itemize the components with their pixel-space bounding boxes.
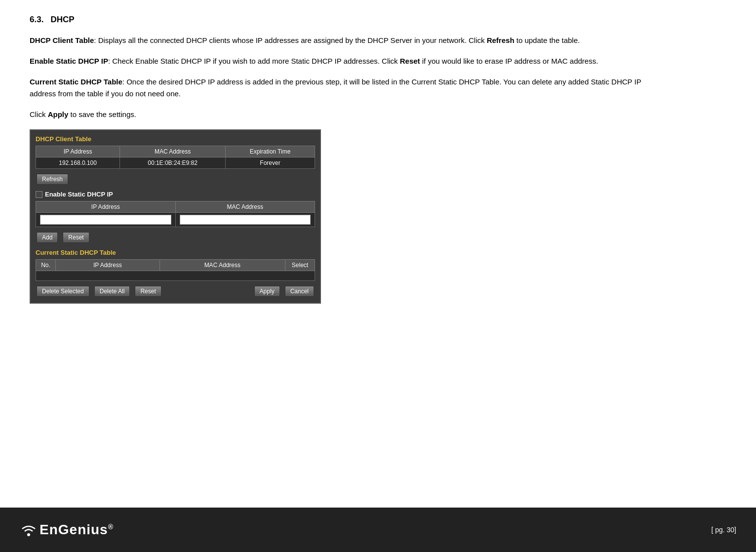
refresh-button[interactable]: Refresh	[37, 174, 68, 185]
apply-button[interactable]: Apply	[254, 286, 280, 297]
col-ip-address: IP Address	[56, 260, 160, 271]
client-ip: 192.168.0.100	[36, 158, 120, 169]
brand-text: EnGenius	[40, 522, 108, 537]
client-expiration: Forever	[225, 158, 315, 169]
section-number: 6.3.	[30, 15, 43, 24]
add-button[interactable]: Add	[37, 232, 58, 243]
para1-text1: : Displays all the connected DHCP client…	[94, 36, 486, 44]
delete-all-button[interactable]: Delete All	[94, 286, 130, 297]
col-header-ip: IP Address	[36, 146, 120, 158]
para2-keyword-reset: Reset	[400, 57, 420, 65]
cancel-button[interactable]: Cancel	[285, 286, 314, 297]
footer-logo: EnGenius®	[20, 521, 114, 539]
dhcp-client-table: IP Address MAC Address Expiration Time 1…	[36, 146, 315, 169]
section-heading: DHCP	[51, 15, 75, 24]
term-dhcp-client-table: DHCP Client Table	[30, 36, 94, 44]
reset-static-button[interactable]: Reset	[63, 232, 89, 243]
paragraph-4: Click Apply to save the settings.	[30, 109, 662, 120]
brand-name: EnGenius®	[40, 522, 114, 538]
add-reset-row: Add Reset	[36, 231, 315, 244]
trademark-symbol: ®	[108, 523, 114, 531]
col-header-exp: Expiration Time	[225, 146, 315, 158]
empty-cell	[36, 271, 315, 281]
delete-selected-button[interactable]: Delete Selected	[37, 286, 89, 297]
page-number: [ pg. 30]	[711, 526, 736, 534]
static-dhcp-label-text: Enable Static DHCP IP	[45, 191, 113, 198]
wifi-icon	[20, 521, 38, 539]
paragraph-3: Current Static DHCP Table: Once the desi…	[30, 76, 662, 100]
current-static-table: No. IP Address MAC Address Select	[36, 259, 315, 281]
col-no: No.	[36, 260, 56, 271]
reset-current-button[interactable]: Reset	[135, 286, 161, 297]
static-input-row	[36, 213, 315, 227]
delete-row: Delete Selected Delete All Reset Apply C…	[36, 285, 315, 298]
static-mac-input[interactable]	[180, 215, 311, 225]
dhcp-client-table-title: DHCP Client Table	[36, 135, 315, 143]
term-enable-static-dhcp: Enable Static DHCP IP	[30, 57, 108, 65]
para4-keyword-apply: Apply	[48, 110, 69, 118]
static-mac-cell	[175, 213, 315, 227]
client-mac: 00:1E:0B:24:E9:82	[120, 158, 226, 169]
screenshot-box: DHCP Client Table IP Address MAC Address…	[30, 129, 321, 304]
paragraph-1: DHCP Client Table: Displays all the conn…	[30, 35, 662, 46]
page-content: 6.3. DHCP DHCP Client Table: Displays al…	[0, 0, 691, 373]
col-select: Select	[285, 260, 315, 271]
static-col-mac: MAC Address	[175, 201, 315, 213]
static-ip-input[interactable]	[40, 215, 171, 225]
table-row: 192.168.0.100 00:1E:0B:24:E9:82 Forever	[36, 158, 315, 169]
current-static-empty-row	[36, 271, 315, 281]
static-dhcp-input-table: IP Address MAC Address	[36, 201, 315, 227]
current-static-table-title: Current Static DHCP Table	[36, 249, 315, 256]
section-title: 6.3. DHCP	[30, 15, 662, 25]
para2-text2: if you would like to erase IP address or…	[420, 57, 598, 65]
para1-text2: to update the table.	[515, 36, 580, 44]
enable-static-dhcp-label: Enable Static DHCP IP	[36, 191, 315, 198]
col-header-mac: MAC Address	[120, 146, 226, 158]
col-mac-address: MAC Address	[159, 260, 285, 271]
footer: EnGenius® [ pg. 30]	[0, 508, 756, 552]
para4-text2: to save the settings.	[68, 110, 136, 118]
enable-static-dhcp-checkbox[interactable]	[36, 191, 42, 198]
svg-point-0	[27, 533, 30, 536]
static-ip-cell	[36, 213, 176, 227]
para4-text1: Click	[30, 110, 48, 118]
para2-text1: : Check Enable Static DHCP IP if you wis…	[108, 57, 400, 65]
refresh-row: Refresh	[36, 173, 315, 186]
para1-keyword-refresh: Refresh	[487, 36, 515, 44]
term-current-static-table: Current Static DHCP Table	[30, 78, 122, 86]
static-col-ip: IP Address	[36, 201, 176, 213]
paragraph-2: Enable Static DHCP IP: Check Enable Stat…	[30, 55, 662, 67]
